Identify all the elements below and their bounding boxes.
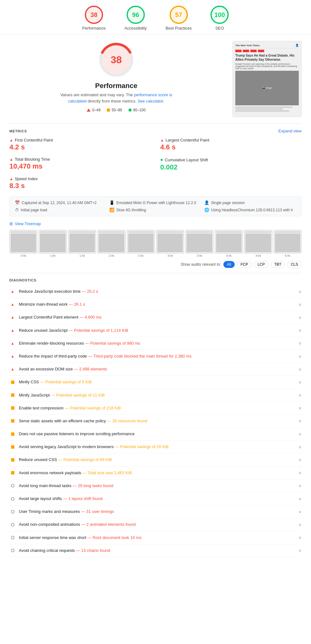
audit-icon-18 <box>11 523 14 526</box>
audit-chevron-7: ∨ <box>298 380 302 385</box>
audit-text-2: Largest Contentful Paint element — 4,600… <box>19 314 296 320</box>
filmstrip-mock-7 <box>215 230 243 253</box>
audit-text-1: Minimize main-thread work — 26.1 s <box>19 302 296 307</box>
score-item-best-practices[interactable]: 57 Best Practices <box>166 6 192 31</box>
score-item-accessibility[interactable]: 96 Accessibility <box>124 6 147 31</box>
info-page-load-text: Initial page load <box>21 208 47 212</box>
audit-item-9[interactable]: Enable text compression — Potential savi… <box>9 402 302 415</box>
audit-text-19: Initial server response time was short —… <box>19 535 296 541</box>
metric-si: ▲ Speed Index 8.3 s <box>9 176 302 190</box>
audit-name-17: User Timing marks and measures <box>19 509 80 514</box>
filmstrip-img-4 <box>127 230 155 253</box>
mock-nav <box>235 50 299 52</box>
metrics-title: METRICS <box>9 129 27 133</box>
filmstrip-img-2 <box>68 230 96 253</box>
score-item-performance[interactable]: 38 Performance <box>82 6 106 31</box>
filmstrip-body-5 <box>157 234 183 252</box>
audit-icon-wrap-15 <box>9 484 16 487</box>
audit-text-20: Avoid chaining critical requests — 13 ch… <box>19 548 296 553</box>
audit-name-19: Initial server response time was short <box>19 535 86 540</box>
metric-cls-name: ● Cumulative Layout Shift <box>160 157 302 163</box>
filmstrip-frame-9: 5.0s <box>274 230 302 257</box>
filter-bar: Show audits relevant to: AllFCPLCPTBTCLS <box>9 261 302 268</box>
audit-text-3: Reduce unused JavaScript — Potential sav… <box>19 328 296 333</box>
audit-item-0[interactable]: ▲ Reduce JavaScript execution time — 20.… <box>9 285 302 298</box>
mock-article-title: Trump Says He Had a Great Debate. His Al… <box>235 53 299 62</box>
filmstrip-mock-0 <box>10 230 37 253</box>
audit-detail-9: — Potential savings of 218 KiB <box>63 406 121 410</box>
audit-chevron-11: ∨ <box>298 432 302 436</box>
filter-btn-tbt[interactable]: TBT <box>271 261 285 268</box>
audit-item-10[interactable]: Serve static assets with an efficient ca… <box>9 415 302 428</box>
audit-item-11[interactable]: Does not use passive listeners to improv… <box>9 428 302 441</box>
filmstrip-header-5 <box>157 231 183 233</box>
legend-orange-dot <box>107 108 110 112</box>
filmstrip-frame-3: 2.0s <box>97 230 125 257</box>
audit-item-13[interactable]: Reduce unused CSS — Potential savings of… <box>9 453 302 466</box>
score-circle-performance: 38 <box>85 6 103 24</box>
audit-icon-wrap-10 <box>9 419 16 423</box>
audit-text-18: Avoid non-composited animations — 2 anim… <box>19 522 296 527</box>
audit-item-20[interactable]: Avoid chaining critical requests — 13 ch… <box>9 544 302 557</box>
filmstrip-body-9 <box>275 234 300 252</box>
audit-text-14: Avoid enormous network payloads — Total … <box>19 470 296 476</box>
audit-item-6[interactable]: ▲ Avoid an excessive DOM size — 2,498 el… <box>9 363 302 376</box>
filter-btn-fcp[interactable]: FCP <box>237 261 252 268</box>
audit-item-4[interactable]: ▲ Eliminate render-blocking resources — … <box>9 337 302 350</box>
audit-detail-10: — 25 resources found <box>106 419 147 423</box>
filter-btn-lcp[interactable]: LCP <box>254 261 268 268</box>
audit-icon-14 <box>11 471 14 475</box>
audit-icon-wrap-0: ▲ <box>9 289 16 294</box>
score-label-accessibility: Accessibility <box>124 26 147 31</box>
metric-lcp: ▲ Largest Contentful Paint 4.6 s <box>160 138 302 151</box>
audit-text-15: Avoid long main-thread tasks — 20 long t… <box>19 483 296 489</box>
screenshot-mock: The New York Times 👤 Trump Says He Had a… <box>233 41 301 117</box>
audit-icon-wrap-6: ▲ <box>9 367 16 371</box>
audit-item-2[interactable]: ▲ Largest Contentful Paint element — 4,6… <box>9 311 302 324</box>
audit-item-17[interactable]: User Timing marks and measures — 31 user… <box>9 505 302 518</box>
audit-text-17: User Timing marks and measures — 31 user… <box>19 509 296 514</box>
audit-item-1[interactable]: ▲ Minimize main-thread work — 26.1 s ∨ <box>9 298 302 311</box>
audit-text-9: Enable text compression — Potential savi… <box>19 405 296 411</box>
audit-text-4: Eliminate render-blocking resources — Po… <box>19 341 296 346</box>
metric-fcp-name: ▲ First Contentful Paint <box>9 138 151 142</box>
audit-item-7[interactable]: Minify CSS — Potential savings of 5 KiB … <box>9 376 302 389</box>
audit-detail-0: — 20.2 s <box>81 289 98 294</box>
filmstrip-header-7 <box>216 231 242 233</box>
audit-item-16[interactable]: Avoid large layout shifts — 1 layout shi… <box>9 492 302 505</box>
audit-detail-17: — 31 user timings <box>80 509 114 514</box>
metric-si-value: 8.3 s <box>9 182 302 190</box>
filmstrip-mock-2 <box>68 230 96 253</box>
audit-icon-4: ▲ <box>11 341 14 346</box>
filter-btn-all[interactable]: All <box>223 261 234 268</box>
audit-item-5[interactable]: ▲ Reduce the impact of third-party code … <box>9 350 302 363</box>
audit-icon-8 <box>11 393 14 397</box>
audit-name-14: Avoid enormous network payloads <box>19 470 81 475</box>
audit-icon-wrap-20 <box>9 549 16 552</box>
audit-item-14[interactable]: Avoid enormous network payloads — Total … <box>9 467 302 480</box>
audit-item-12[interactable]: Avoid serving legacy JavaScript to moder… <box>9 441 302 453</box>
audit-item-3[interactable]: ▲ Reduce unused JavaScript — Potential s… <box>9 324 302 337</box>
audit-icon-12 <box>11 445 14 449</box>
nyt-logo: The New York Times <box>235 44 260 47</box>
audit-item-19[interactable]: Initial server response time was short —… <box>9 531 302 544</box>
audit-item-8[interactable]: Minify JavaScript — Potential savings of… <box>9 389 302 402</box>
metric-lcp-label: Largest Contentful Paint <box>166 138 209 142</box>
info-captured-text: Captured at Sep 12, 2024, 11:40 AM GMT+2 <box>22 201 96 205</box>
audit-item-18[interactable]: Avoid non-composited animations — 2 anim… <box>9 518 302 531</box>
audit-chevron-14: ∨ <box>298 470 302 475</box>
view-treemap-link[interactable]: ⊞ View Treemap <box>9 221 302 226</box>
filmstrip-frame-6: 3.5s <box>185 230 213 257</box>
score-item-seo[interactable]: 100 SEO <box>210 6 229 31</box>
calculator-link[interactable]: See calculator. <box>138 99 164 103</box>
audit-name-15: Avoid long main-thread tasks <box>19 483 71 488</box>
audit-detail-3: — Potential savings of 1,114 KiB <box>68 328 128 333</box>
audit-chevron-15: ∨ <box>298 483 302 488</box>
audit-chevron-17: ∨ <box>298 509 302 514</box>
info-page-load: ⏱ Initial page load <box>15 208 107 212</box>
audit-name-8: Minify JavaScript <box>19 393 50 397</box>
audit-item-15[interactable]: Avoid long main-thread tasks — 20 long t… <box>9 480 302 492</box>
filter-btn-cls[interactable]: CLS <box>287 261 302 268</box>
expand-view-link[interactable]: Expand view <box>278 129 302 133</box>
metrics-header: METRICS Expand view <box>9 129 302 133</box>
